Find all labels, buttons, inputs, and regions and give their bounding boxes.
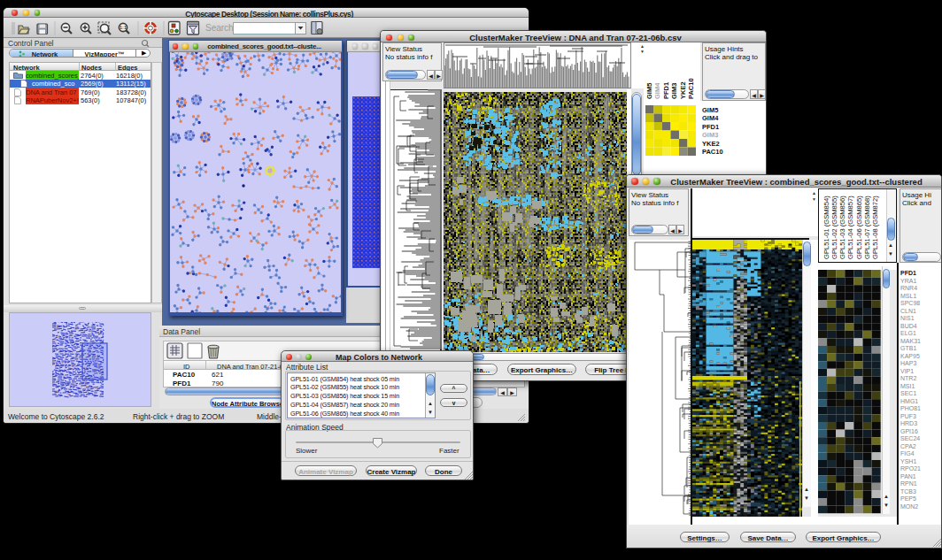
svg-text:YKE2: YKE2 bbox=[679, 81, 687, 99]
svg-text:GPL51-02 (GSM855): GPL51-02 (GSM855) bbox=[830, 196, 838, 259]
svg-text:Search:: Search: bbox=[205, 23, 236, 33]
svg-text:PAC10: PAC10 bbox=[687, 78, 695, 99]
svg-text:GIM4: GIM4 bbox=[653, 82, 661, 99]
svg-text:GPL51-07 (GSM868): GPL51-07 (GSM868) bbox=[863, 196, 871, 259]
svg-text:GPL51-06 (GSM865): GPL51-06 (GSM865) bbox=[855, 196, 863, 259]
svg-text:1:1: 1:1 bbox=[120, 25, 127, 30]
svg-text:GPL51-08 (GSM872): GPL51-08 (GSM872) bbox=[871, 196, 879, 259]
svg-text:PFD1: PFD1 bbox=[662, 82, 670, 99]
svg-text:GPL51-03 (GSM856): GPL51-03 (GSM856) bbox=[838, 196, 846, 259]
svg-text:GPL51-04 (GSM857): GPL51-04 (GSM857) bbox=[846, 196, 854, 259]
svg-text:GPL51-01 (GSM854): GPL51-01 (GSM854) bbox=[822, 196, 830, 259]
svg-text:GIM3: GIM3 bbox=[670, 83, 678, 99]
svg-text:GIM5: GIM5 bbox=[645, 83, 653, 99]
